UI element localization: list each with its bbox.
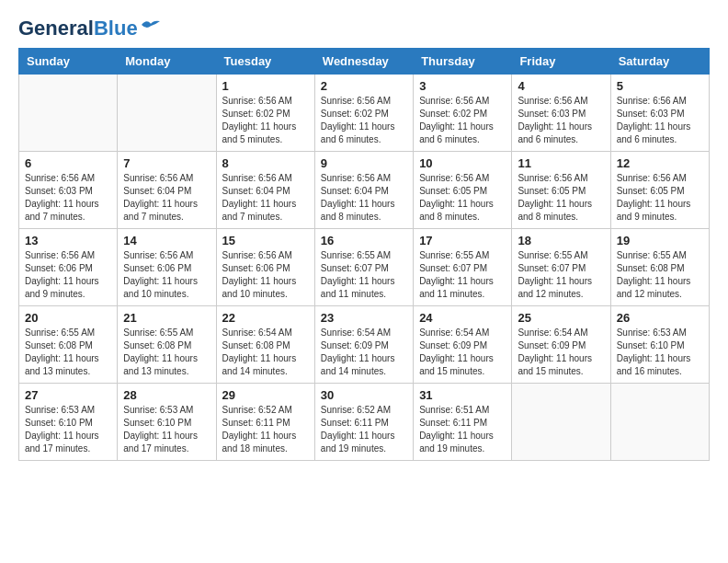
calendar-day-cell: 21Sunrise: 6:55 AMSunset: 6:08 PMDayligh… — [118, 306, 216, 384]
weekday-header: Wednesday — [314, 49, 413, 75]
calendar-day-cell: 4Sunrise: 6:56 AMSunset: 6:03 PMDaylight… — [512, 75, 610, 152]
day-info: Sunrise: 6:55 AMSunset: 6:07 PMDaylight:… — [419, 249, 506, 301]
calendar-day-cell: 29Sunrise: 6:52 AMSunset: 6:11 PMDayligh… — [216, 384, 314, 461]
day-number: 20 — [25, 311, 111, 325]
day-number: 29 — [222, 388, 309, 402]
day-info: Sunrise: 6:56 AMSunset: 6:04 PMDaylight:… — [222, 172, 309, 224]
calendar-day-cell — [610, 384, 709, 461]
day-number: 19 — [617, 234, 703, 247]
calendar-day-cell: 11Sunrise: 6:56 AMSunset: 6:05 PMDayligh… — [512, 152, 610, 229]
day-info: Sunrise: 6:56 AMSunset: 6:02 PMDaylight:… — [222, 95, 309, 146]
calendar-day-cell: 5Sunrise: 6:56 AMSunset: 6:03 PMDaylight… — [610, 75, 709, 152]
calendar-day-cell: 17Sunrise: 6:55 AMSunset: 6:07 PMDayligh… — [414, 229, 512, 306]
day-number: 16 — [321, 234, 407, 247]
day-info: Sunrise: 6:56 AMSunset: 6:05 PMDaylight:… — [518, 172, 604, 224]
day-number: 14 — [123, 234, 210, 247]
day-info: Sunrise: 6:54 AMSunset: 6:09 PMDaylight:… — [518, 327, 604, 378]
day-info: Sunrise: 6:55 AMSunset: 6:07 PMDaylight:… — [321, 249, 407, 301]
logo: GeneralBlue — [18, 18, 160, 39]
day-number: 17 — [419, 234, 506, 247]
calendar-day-cell: 12Sunrise: 6:56 AMSunset: 6:05 PMDayligh… — [610, 152, 709, 229]
calendar-day-cell — [512, 384, 610, 461]
calendar-day-cell: 10Sunrise: 6:56 AMSunset: 6:05 PMDayligh… — [414, 152, 512, 229]
weekday-header: Sunday — [19, 49, 118, 75]
calendar-day-cell: 31Sunrise: 6:51 AMSunset: 6:11 PMDayligh… — [414, 384, 512, 461]
day-info: Sunrise: 6:55 AMSunset: 6:08 PMDaylight:… — [617, 249, 703, 301]
calendar-day-cell: 30Sunrise: 6:52 AMSunset: 6:11 PMDayligh… — [314, 384, 413, 461]
day-number: 24 — [419, 311, 506, 325]
calendar-week-row: 27Sunrise: 6:53 AMSunset: 6:10 PMDayligh… — [19, 384, 710, 461]
day-number: 7 — [123, 156, 210, 170]
day-number: 23 — [321, 311, 407, 325]
day-info: Sunrise: 6:56 AMSunset: 6:05 PMDaylight:… — [419, 172, 506, 224]
day-info: Sunrise: 6:56 AMSunset: 6:03 PMDaylight:… — [617, 95, 703, 146]
calendar-day-cell: 1Sunrise: 6:56 AMSunset: 6:02 PMDaylight… — [216, 75, 314, 152]
calendar-day-cell: 16Sunrise: 6:55 AMSunset: 6:07 PMDayligh… — [314, 229, 413, 306]
day-number: 5 — [617, 79, 703, 93]
weekday-header: Friday — [512, 49, 610, 75]
day-info: Sunrise: 6:54 AMSunset: 6:08 PMDaylight:… — [222, 327, 309, 378]
weekday-header: Tuesday — [216, 49, 314, 75]
day-number: 31 — [419, 388, 506, 402]
weekday-header: Saturday — [610, 49, 709, 75]
calendar-day-cell: 27Sunrise: 6:53 AMSunset: 6:10 PMDayligh… — [19, 384, 118, 461]
weekday-header: Thursday — [414, 49, 512, 75]
day-info: Sunrise: 6:56 AMSunset: 6:05 PMDaylight:… — [617, 172, 703, 224]
calendar-week-row: 1Sunrise: 6:56 AMSunset: 6:02 PMDaylight… — [19, 75, 710, 152]
day-info: Sunrise: 6:55 AMSunset: 6:08 PMDaylight:… — [123, 327, 210, 378]
day-info: Sunrise: 6:53 AMSunset: 6:10 PMDaylight:… — [25, 404, 111, 455]
logo-text: GeneralBlue — [18, 18, 138, 39]
day-info: Sunrise: 6:56 AMSunset: 6:02 PMDaylight:… — [419, 95, 506, 146]
day-number: 13 — [25, 234, 111, 247]
day-info: Sunrise: 6:56 AMSunset: 6:06 PMDaylight:… — [222, 249, 309, 301]
calendar-day-cell: 25Sunrise: 6:54 AMSunset: 6:09 PMDayligh… — [512, 306, 610, 384]
day-info: Sunrise: 6:56 AMSunset: 6:06 PMDaylight:… — [25, 249, 111, 301]
calendar-day-cell — [118, 75, 216, 152]
day-info: Sunrise: 6:54 AMSunset: 6:09 PMDaylight:… — [321, 327, 407, 378]
calendar-day-cell: 7Sunrise: 6:56 AMSunset: 6:04 PMDaylight… — [118, 152, 216, 229]
calendar-day-cell: 15Sunrise: 6:56 AMSunset: 6:06 PMDayligh… — [216, 229, 314, 306]
calendar-day-cell: 28Sunrise: 6:53 AMSunset: 6:10 PMDayligh… — [118, 384, 216, 461]
weekday-header: Monday — [118, 49, 216, 75]
day-info: Sunrise: 6:56 AMSunset: 6:03 PMDaylight:… — [25, 172, 111, 224]
day-number: 9 — [321, 156, 407, 170]
calendar-table: SundayMondayTuesdayWednesdayThursdayFrid… — [18, 48, 710, 461]
day-info: Sunrise: 6:52 AMSunset: 6:11 PMDaylight:… — [321, 404, 407, 455]
day-info: Sunrise: 6:52 AMSunset: 6:11 PMDaylight:… — [222, 404, 309, 455]
calendar-day-cell: 9Sunrise: 6:56 AMSunset: 6:04 PMDaylight… — [314, 152, 413, 229]
day-number: 27 — [25, 388, 111, 402]
calendar-day-cell: 2Sunrise: 6:56 AMSunset: 6:02 PMDaylight… — [314, 75, 413, 152]
day-info: Sunrise: 6:55 AMSunset: 6:07 PMDaylight:… — [518, 249, 604, 301]
day-number: 15 — [222, 234, 309, 247]
day-info: Sunrise: 6:51 AMSunset: 6:11 PMDaylight:… — [419, 404, 506, 455]
day-info: Sunrise: 6:56 AMSunset: 6:02 PMDaylight:… — [321, 95, 407, 146]
day-number: 1 — [222, 79, 309, 93]
day-info: Sunrise: 6:56 AMSunset: 6:04 PMDaylight:… — [123, 172, 210, 224]
page-header: GeneralBlue — [18, 18, 710, 39]
calendar-week-row: 6Sunrise: 6:56 AMSunset: 6:03 PMDaylight… — [19, 152, 710, 229]
day-info: Sunrise: 6:53 AMSunset: 6:10 PMDaylight:… — [617, 327, 703, 378]
calendar-day-cell: 14Sunrise: 6:56 AMSunset: 6:06 PMDayligh… — [118, 229, 216, 306]
calendar-week-row: 20Sunrise: 6:55 AMSunset: 6:08 PMDayligh… — [19, 306, 710, 384]
calendar-day-cell: 8Sunrise: 6:56 AMSunset: 6:04 PMDaylight… — [216, 152, 314, 229]
calendar-day-cell: 6Sunrise: 6:56 AMSunset: 6:03 PMDaylight… — [19, 152, 118, 229]
logo-bird-icon — [142, 18, 160, 31]
calendar-week-row: 13Sunrise: 6:56 AMSunset: 6:06 PMDayligh… — [19, 229, 710, 306]
day-number: 2 — [321, 79, 407, 93]
day-number: 21 — [123, 311, 210, 325]
day-info: Sunrise: 6:55 AMSunset: 6:08 PMDaylight:… — [25, 327, 111, 378]
day-info: Sunrise: 6:54 AMSunset: 6:09 PMDaylight:… — [419, 327, 506, 378]
day-number: 22 — [222, 311, 309, 325]
day-number: 3 — [419, 79, 506, 93]
day-number: 10 — [419, 156, 506, 170]
day-number: 6 — [25, 156, 111, 170]
calendar-day-cell: 20Sunrise: 6:55 AMSunset: 6:08 PMDayligh… — [19, 306, 118, 384]
day-number: 11 — [518, 156, 604, 170]
calendar-day-cell: 23Sunrise: 6:54 AMSunset: 6:09 PMDayligh… — [314, 306, 413, 384]
day-number: 25 — [518, 311, 604, 325]
day-number: 28 — [123, 388, 210, 402]
day-number: 12 — [617, 156, 703, 170]
day-number: 30 — [321, 388, 407, 402]
day-number: 26 — [617, 311, 703, 325]
calendar-day-cell: 24Sunrise: 6:54 AMSunset: 6:09 PMDayligh… — [414, 306, 512, 384]
